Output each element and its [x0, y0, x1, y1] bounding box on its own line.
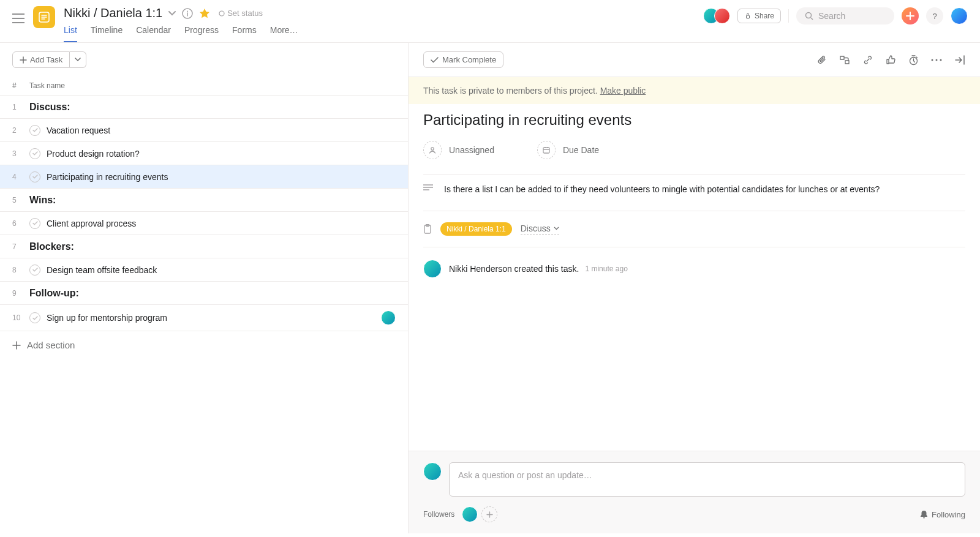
project-pill[interactable]: Nikki / Daniela 1:1 [440, 222, 512, 236]
follower-avatar[interactable] [462, 506, 478, 522]
assignee-avatar[interactable] [381, 310, 396, 325]
due-date-field[interactable]: Due Date [537, 141, 599, 159]
svg-point-7 [932, 59, 933, 61]
task-name: Client approval process [47, 219, 136, 228]
list-row[interactable]: 2 Vacation request [0, 119, 408, 142]
check-icon[interactable] [29, 265, 40, 276]
search-input[interactable]: Search [796, 7, 894, 24]
privacy-notice: This task is private to members of this … [409, 77, 980, 104]
timer-icon[interactable] [908, 54, 919, 66]
svg-rect-11 [543, 148, 549, 153]
attachment-icon[interactable] [817, 54, 827, 66]
task-name: Participating in recruiting events [47, 172, 168, 182]
close-panel-icon[interactable] [954, 55, 965, 65]
user-avatar[interactable] [951, 7, 968, 24]
project-icon [33, 6, 55, 28]
list-header: # Task name [0, 77, 408, 96]
section-name: Discuss: [29, 102, 70, 113]
chevron-down-icon[interactable] [168, 11, 176, 16]
task-name: Design team offsite feedback [47, 265, 157, 275]
like-icon[interactable] [886, 54, 896, 65]
section-name: Follow-up: [29, 288, 79, 299]
add-task-button[interactable]: Add Task [12, 51, 70, 68]
set-status-link[interactable]: Set status [219, 9, 263, 18]
svg-point-5 [806, 13, 812, 18]
task-name: Product design rotation? [47, 149, 140, 159]
project-title[interactable]: Nikki / Daniela 1:1 [64, 6, 162, 20]
timestamp: 1 minute ago [585, 265, 627, 273]
share-button[interactable]: Share [737, 9, 781, 23]
link-icon[interactable] [862, 54, 873, 66]
user-avatar [423, 462, 442, 481]
check-icon[interactable] [29, 148, 40, 159]
list-row[interactable]: 9 Follow-up: [0, 282, 408, 305]
svg-point-3 [219, 11, 224, 16]
tab-calendar[interactable]: Calendar [136, 25, 171, 42]
mark-complete-button[interactable]: Mark Complete [423, 51, 503, 68]
menu-icon[interactable] [12, 13, 24, 23]
section-name: Blockers: [29, 241, 74, 252]
list-row[interactable]: 3 Product design rotation? [0, 142, 408, 165]
add-button[interactable] [902, 7, 919, 24]
add-follower-button[interactable] [481, 506, 497, 522]
description-icon [423, 184, 433, 196]
activity-item: Nikki Henderson created this task. 1 min… [423, 247, 965, 290]
check-icon[interactable] [29, 312, 40, 323]
followers-label: Followers [423, 510, 454, 519]
list-row[interactable]: 10 Sign up for mentorship program [0, 305, 408, 331]
svg-point-9 [940, 59, 942, 61]
check-icon[interactable] [29, 171, 40, 182]
svg-point-2 [187, 10, 188, 12]
section-name: Wins: [29, 195, 56, 206]
help-button[interactable]: ? [926, 7, 943, 24]
more-icon[interactable] [931, 59, 942, 61]
project-members[interactable] [703, 8, 730, 24]
tab-more[interactable]: More… [270, 25, 298, 42]
section-dropdown[interactable]: Discuss [521, 223, 559, 235]
add-section-button[interactable]: Add section [0, 331, 408, 359]
description[interactable]: Is there a list I can be added to if the… [444, 183, 880, 196]
list-row[interactable]: 8 Design team offsite feedback [0, 258, 408, 282]
svg-rect-4 [746, 15, 749, 18]
add-task-dropdown[interactable] [70, 51, 86, 68]
assignee-field[interactable]: Unassigned [423, 141, 494, 159]
list-row[interactable]: 1 Discuss: [0, 96, 408, 119]
comment-input[interactable]: Ask a question or post an update… [449, 462, 965, 497]
svg-point-10 [431, 148, 434, 150]
check-icon[interactable] [29, 218, 40, 229]
tab-list[interactable]: List [64, 25, 77, 42]
avatar [714, 8, 730, 24]
col-name-header: Task name [29, 81, 65, 90]
task-name: Vacation request [47, 126, 110, 135]
tab-forms[interactable]: Forms [232, 25, 257, 42]
following-button[interactable]: Following [920, 510, 965, 519]
list-row[interactable]: 7 Blockers: [0, 235, 408, 258]
task-name: Sign up for mentorship program [47, 313, 167, 323]
tab-progress[interactable]: Progress [184, 25, 219, 42]
list-row[interactable]: 4 Participating in recruiting events [0, 165, 408, 189]
col-num-header: # [12, 81, 29, 90]
make-public-link[interactable]: Make public [600, 86, 646, 96]
list-row[interactable]: 6 Client approval process [0, 212, 408, 235]
subtask-icon[interactable] [839, 55, 850, 65]
clipboard-icon [423, 224, 432, 234]
svg-point-8 [936, 59, 938, 61]
tab-timeline[interactable]: Timeline [91, 25, 123, 42]
avatar [423, 260, 442, 278]
list-row[interactable]: 5 Wins: [0, 189, 408, 212]
info-icon[interactable] [182, 8, 193, 19]
star-icon[interactable] [199, 8, 210, 19]
task-title[interactable]: Participating in recruiting events [423, 111, 965, 129]
check-icon[interactable] [29, 125, 40, 136]
divider [788, 9, 789, 23]
